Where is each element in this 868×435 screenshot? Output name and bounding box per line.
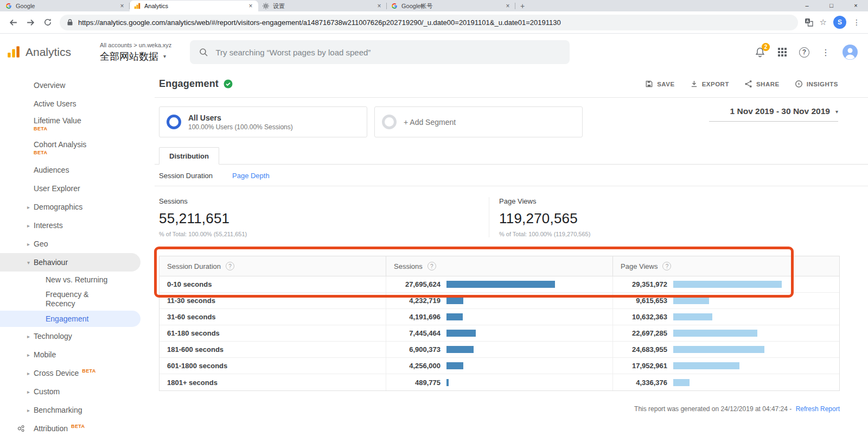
sidebar-item-audiences[interactable]: Audiences bbox=[0, 161, 155, 179]
tab-close-icon[interactable]: × bbox=[375, 2, 383, 10]
action-label: EXPORT bbox=[702, 81, 729, 87]
save-button[interactable]: SAVE bbox=[645, 80, 674, 88]
translate-icon[interactable] bbox=[805, 18, 813, 27]
analytics-logo[interactable]: Analytics bbox=[7, 45, 97, 59]
chevron-right-icon: ▸ bbox=[27, 352, 30, 358]
cell-sessions: 27,695,624 bbox=[386, 276, 612, 292]
help-tooltip-icon[interactable]: ? bbox=[662, 262, 671, 270]
gear-favicon bbox=[262, 3, 269, 10]
browser-tab-2[interactable]: 设置× bbox=[258, 1, 387, 11]
help-icon[interactable]: ? bbox=[799, 47, 809, 58]
page-views-value: 10,632,363 bbox=[621, 313, 667, 321]
page-views-value: 22,697,285 bbox=[621, 329, 667, 337]
sidebar-item-attribution[interactable]: AttributionBETA bbox=[0, 419, 155, 435]
url-text: https://analytics.google.com/analytics/w… bbox=[78, 18, 561, 27]
account-switcher[interactable]: All accounts > un.weka.xyz 全部网站数据 ▾ bbox=[100, 42, 171, 63]
refresh-button[interactable] bbox=[39, 14, 56, 31]
metric-value: 119,270,565 bbox=[499, 210, 590, 227]
add-segment-button[interactable]: + Add Segment bbox=[374, 106, 583, 137]
account-breadcrumb: All accounts > un.weka.xyz bbox=[100, 42, 171, 48]
more-options-icon[interactable]: ⋮ bbox=[821, 47, 830, 58]
help-tooltip-icon[interactable]: ? bbox=[226, 262, 234, 270]
bookmark-star-icon[interactable]: ☆ bbox=[820, 17, 827, 27]
browser-tab-3[interactable]: Google帐号× bbox=[387, 1, 515, 11]
verified-badge-icon bbox=[224, 79, 233, 89]
sidebar-item-custom[interactable]: ▸Custom bbox=[0, 382, 155, 401]
sidebar-item-new-vs-returning[interactable]: New vs. Returning bbox=[0, 272, 155, 288]
sidebar-item-frequency-recency[interactable]: Frequency & Recency bbox=[0, 288, 155, 311]
explorer-tabbar: Distribution bbox=[155, 147, 868, 165]
sidebar-item-label: Technology bbox=[34, 332, 72, 341]
forward-button[interactable] bbox=[22, 14, 39, 31]
minimize-button[interactable]: – bbox=[795, 0, 819, 11]
window-close-button[interactable]: × bbox=[844, 0, 868, 11]
address-bar[interactable]: https://analytics.google.com/analytics/w… bbox=[60, 15, 798, 30]
column-header-session-duration[interactable]: Session Duration? bbox=[159, 256, 386, 276]
notifications-button[interactable]: 2 bbox=[755, 47, 765, 58]
cell-session-duration: 181-600 seconds bbox=[159, 342, 386, 357]
subtab-session-duration[interactable]: Session Duration bbox=[159, 172, 213, 180]
sidebar-item-interests[interactable]: ▸Interests bbox=[0, 216, 155, 235]
column-header-sessions[interactable]: Sessions? bbox=[386, 256, 612, 276]
sidebar-item-overview[interactable]: Overview bbox=[0, 76, 155, 94]
page-views-value: 9,615,653 bbox=[621, 297, 667, 305]
browser-tab-0[interactable]: Google× bbox=[1, 1, 130, 11]
sidebar-item-behaviour[interactable]: ▾Behaviour bbox=[0, 253, 141, 272]
browser-toolbar: https://analytics.google.com/analytics/w… bbox=[0, 11, 868, 34]
tab-distribution[interactable]: Distribution bbox=[159, 147, 219, 165]
cell-page-views: 24,683,955 bbox=[612, 342, 839, 357]
new-tab-button[interactable]: + bbox=[515, 1, 529, 11]
cell-session-duration: 0-10 seconds bbox=[159, 276, 386, 292]
browser-menu-icon[interactable]: ⋮ bbox=[853, 18, 860, 27]
chevron-right-icon: ▸ bbox=[27, 407, 30, 413]
tab-close-icon[interactable]: × bbox=[504, 2, 512, 10]
date-range-picker[interactable]: 1 Nov 2019 - 30 Nov 2019 ▾ bbox=[709, 106, 838, 122]
share-button[interactable]: SHARE bbox=[744, 80, 780, 88]
segment-all-users[interactable]: All Users 100.00% Users (100.00% Session… bbox=[159, 106, 367, 137]
sidebar-item-lifetime-value[interactable]: Lifetime ValueBETA bbox=[0, 113, 155, 137]
action-label: INSIGHTS bbox=[807, 81, 838, 87]
sessions-value: 6,900,373 bbox=[394, 345, 441, 354]
cell-sessions: 489,775 bbox=[386, 374, 612, 390]
beta-badge: BETA bbox=[34, 125, 81, 133]
browser-tab-1[interactable]: Analytics× bbox=[130, 1, 258, 11]
sidebar-item-cross-device[interactable]: ▸Cross DeviceBETA bbox=[0, 364, 155, 382]
sidebar-item-technology[interactable]: ▸Technology bbox=[0, 327, 155, 345]
sidebar-item-engagement[interactable]: Engagement bbox=[0, 311, 141, 327]
cell-sessions: 4,191,696 bbox=[386, 309, 612, 325]
sidebar-item-cohort-analysis[interactable]: Cohort AnalysisBETA bbox=[0, 137, 155, 161]
help-tooltip-icon[interactable]: ? bbox=[427, 262, 436, 270]
export-button[interactable]: EXPORT bbox=[690, 80, 729, 88]
maximize-button[interactable]: □ bbox=[819, 0, 844, 11]
back-button[interactable] bbox=[4, 14, 22, 31]
toolbar-right-icons: ☆ S ⋮ bbox=[801, 16, 864, 29]
sidebar-item-user-explorer[interactable]: User Explorer bbox=[0, 179, 155, 198]
cell-page-views: 17,952,961 bbox=[612, 358, 839, 374]
user-avatar[interactable] bbox=[842, 44, 858, 60]
insights-button[interactable]: INSIGHTS bbox=[795, 80, 838, 88]
insights-icon bbox=[795, 80, 803, 88]
cell-page-views: 29,351,972 bbox=[612, 276, 839, 292]
browser-profile-avatar[interactable]: S bbox=[833, 16, 846, 29]
segment-name: All Users bbox=[188, 114, 293, 122]
sidebar-item-demographics[interactable]: ▸Demographics bbox=[0, 198, 155, 216]
apps-grid-icon[interactable] bbox=[777, 47, 787, 57]
tab-close-icon[interactable]: × bbox=[118, 2, 126, 10]
sidebar-item-mobile[interactable]: ▸Mobile bbox=[0, 345, 155, 364]
search-input[interactable] bbox=[215, 48, 561, 57]
refresh-report-link[interactable]: Refresh Report bbox=[796, 405, 840, 413]
sidebar-item-label: Interests bbox=[34, 221, 63, 230]
tab-close-icon[interactable]: × bbox=[247, 2, 254, 10]
segment-detail: 100.00% Users (100.00% Sessions) bbox=[188, 123, 293, 131]
column-header-page-views[interactable]: Page Views? bbox=[612, 256, 839, 276]
sidebar-item-label: Engagement bbox=[46, 314, 88, 323]
notification-badge: 2 bbox=[762, 43, 770, 51]
column-label: Page Views bbox=[621, 262, 658, 270]
sidebar-item-geo[interactable]: ▸Geo bbox=[0, 235, 155, 253]
search-bar[interactable] bbox=[190, 40, 570, 64]
report-main: Engagement SAVEEXPORTSHAREINSIGHTS All U… bbox=[155, 71, 868, 435]
subtab-page-depth[interactable]: Page Depth bbox=[232, 172, 270, 180]
sidebar-item-benchmarking[interactable]: ▸Benchmarking bbox=[0, 401, 155, 419]
sidebar-item-active-users[interactable]: Active Users bbox=[0, 94, 155, 113]
table-row-4: 181-600 seconds6,900,37324,683,955 bbox=[159, 342, 839, 358]
